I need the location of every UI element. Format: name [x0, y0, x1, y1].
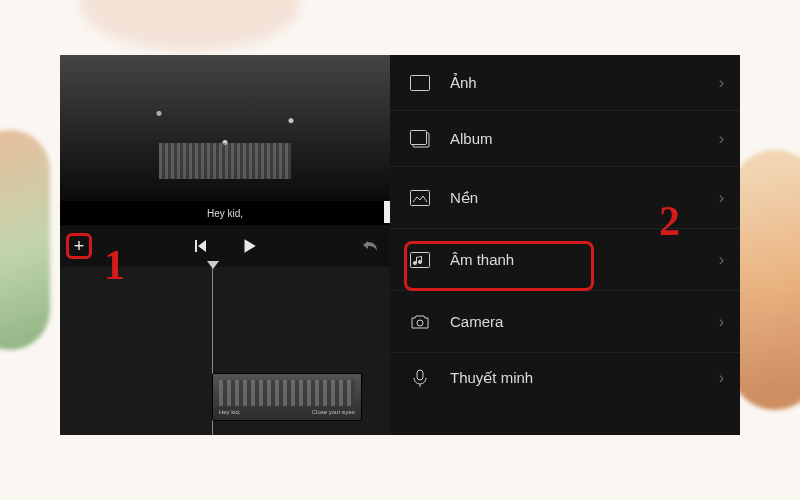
timeline[interactable]: Hey kid, Close your eyes	[60, 267, 390, 435]
menu-item-audio[interactable]: Âm thanh ›	[390, 229, 740, 291]
svg-point-5	[417, 320, 423, 326]
video-preview[interactable]: Hey kid,	[60, 55, 390, 225]
svg-rect-0	[411, 75, 430, 90]
decorative-blob	[730, 150, 800, 410]
background-icon	[408, 188, 432, 208]
menu-item-label: Thuyết minh	[450, 369, 533, 387]
chevron-right-icon: ›	[719, 74, 724, 92]
album-icon	[408, 129, 432, 149]
chevron-right-icon: ›	[719, 189, 724, 207]
annotation-step-2: 2	[659, 197, 680, 245]
menu-item-label: Camera	[450, 313, 503, 330]
timeline-clip[interactable]: Hey kid, Close your eyes	[212, 373, 362, 421]
screenshot-composite: Hey kid, + Hey kid,	[60, 55, 740, 435]
undo-icon[interactable]	[362, 239, 380, 253]
menu-item-label: Ảnh	[450, 74, 477, 92]
add-media-button[interactable]: +	[66, 233, 92, 259]
chevron-right-icon: ›	[719, 251, 724, 269]
decorative-blob	[0, 130, 50, 350]
preview-frame	[60, 55, 390, 201]
subtitle-caption: Hey kid,	[60, 201, 390, 225]
menu-item-album[interactable]: Album ›	[390, 111, 740, 167]
chevron-right-icon: ›	[719, 369, 724, 387]
svg-rect-4	[411, 252, 430, 267]
skip-back-icon[interactable]	[192, 238, 208, 254]
photo-icon	[408, 73, 432, 93]
chevron-right-icon: ›	[719, 130, 724, 148]
menu-item-label: Nền	[450, 189, 478, 207]
annotation-step-1: 1	[104, 241, 125, 289]
menu-item-photo[interactable]: Ảnh ›	[390, 55, 740, 111]
decorative-blob	[80, 0, 300, 50]
menu-item-background[interactable]: Nền ›	[390, 167, 740, 229]
menu-item-narration[interactable]: Thuyết minh ›	[390, 353, 740, 403]
svg-rect-6	[417, 370, 423, 380]
mic-icon	[408, 368, 432, 388]
plus-icon: +	[74, 237, 85, 255]
svg-rect-2	[411, 130, 427, 144]
menu-item-camera[interactable]: Camera ›	[390, 291, 740, 353]
menu-item-label: Album	[450, 130, 493, 147]
svg-rect-3	[411, 190, 430, 205]
clip-caption-right: Close your eyes	[312, 409, 355, 418]
chevron-right-icon: ›	[719, 313, 724, 331]
add-media-menu: Ảnh › Album › Nền › Âm thanh ›	[390, 55, 740, 435]
clip-caption-left: Hey kid,	[219, 409, 241, 418]
audio-icon	[408, 250, 432, 270]
camera-icon	[408, 312, 432, 332]
menu-item-label: Âm thanh	[450, 251, 514, 268]
play-icon[interactable]	[240, 237, 258, 255]
editor-panel: Hey kid, + Hey kid,	[60, 55, 390, 435]
